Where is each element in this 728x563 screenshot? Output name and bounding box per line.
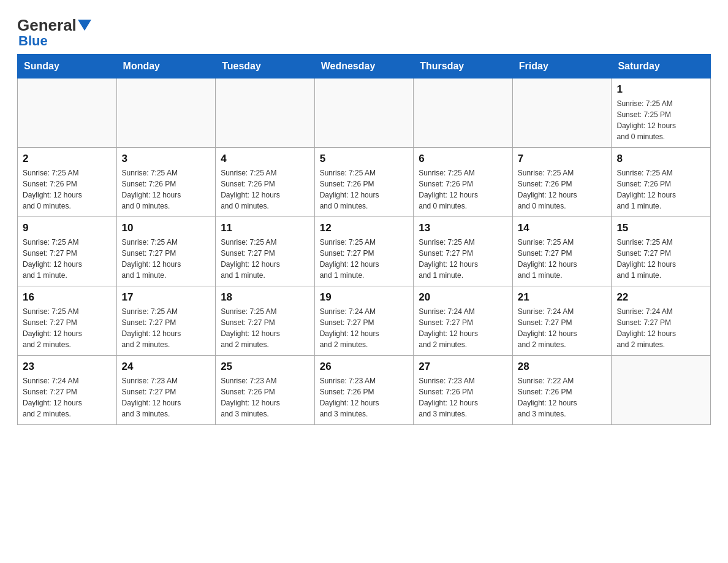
calendar-cell: 3Sunrise: 7:25 AM Sunset: 7:26 PM Daylig… (116, 148, 216, 217)
day-number: 28 (518, 361, 607, 373)
day-number: 18 (221, 291, 309, 304)
calendar-cell: 10Sunrise: 7:25 AM Sunset: 7:27 PM Dayli… (116, 217, 216, 286)
calendar-cell: 7Sunrise: 7:25 AM Sunset: 7:26 PM Daylig… (512, 148, 612, 217)
day-info: Sunrise: 7:25 AM Sunset: 7:26 PM Dayligh… (419, 167, 507, 212)
logo: General Blue (17, 15, 91, 49)
weekday-tuesday: Tuesday (216, 55, 315, 79)
day-info: Sunrise: 7:25 AM Sunset: 7:26 PM Dayligh… (23, 167, 112, 212)
calendar-week-2: 2Sunrise: 7:25 AM Sunset: 7:26 PM Daylig… (18, 148, 711, 217)
day-info: Sunrise: 7:25 AM Sunset: 7:27 PM Dayligh… (616, 237, 705, 281)
calendar-cell (414, 79, 513, 148)
calendar-cell: 8Sunrise: 7:25 AM Sunset: 7:26 PM Daylig… (612, 148, 711, 217)
day-number: 1 (616, 83, 705, 96)
day-info: Sunrise: 7:23 AM Sunset: 7:26 PM Dayligh… (419, 375, 507, 419)
day-info: Sunrise: 7:22 AM Sunset: 7:26 PM Dayligh… (518, 375, 607, 419)
day-number: 12 (320, 222, 409, 234)
day-number: 6 (419, 153, 507, 165)
weekday-thursday: Thursday (414, 55, 513, 79)
day-info: Sunrise: 7:25 AM Sunset: 7:26 PM Dayligh… (518, 167, 607, 212)
day-info: Sunrise: 7:25 AM Sunset: 7:26 PM Dayligh… (320, 167, 409, 212)
calendar-cell: 23Sunrise: 7:24 AM Sunset: 7:27 PM Dayli… (18, 356, 117, 425)
calendar-cell: 2Sunrise: 7:25 AM Sunset: 7:26 PM Daylig… (18, 148, 117, 217)
day-info: Sunrise: 7:25 AM Sunset: 7:27 PM Dayligh… (221, 306, 309, 350)
day-number: 15 (616, 222, 705, 234)
day-info: Sunrise: 7:24 AM Sunset: 7:27 PM Dayligh… (320, 306, 409, 350)
calendar-cell: 4Sunrise: 7:25 AM Sunset: 7:26 PM Daylig… (216, 148, 315, 217)
day-info: Sunrise: 7:25 AM Sunset: 7:27 PM Dayligh… (518, 237, 607, 281)
calendar-cell: 21Sunrise: 7:24 AM Sunset: 7:27 PM Dayli… (512, 286, 612, 356)
calendar-cell (512, 79, 612, 148)
calendar-cell: 1Sunrise: 7:25 AM Sunset: 7:25 PM Daylig… (612, 79, 711, 148)
calendar-cell: 9Sunrise: 7:25 AM Sunset: 7:27 PM Daylig… (18, 217, 117, 286)
calendar-cell: 22Sunrise: 7:24 AM Sunset: 7:27 PM Dayli… (612, 286, 711, 356)
calendar-cell: 20Sunrise: 7:24 AM Sunset: 7:27 PM Dayli… (414, 286, 513, 356)
day-info: Sunrise: 7:24 AM Sunset: 7:27 PM Dayligh… (23, 375, 112, 419)
weekday-friday: Friday (512, 55, 612, 79)
logo-blue-text: Blue (17, 33, 48, 49)
logo-triangle-icon (78, 20, 91, 31)
day-info: Sunrise: 7:24 AM Sunset: 7:27 PM Dayligh… (518, 306, 607, 350)
calendar-cell: 16Sunrise: 7:25 AM Sunset: 7:27 PM Dayli… (18, 286, 117, 356)
weekday-monday: Monday (116, 55, 216, 79)
calendar-cell: 17Sunrise: 7:25 AM Sunset: 7:27 PM Dayli… (116, 286, 216, 356)
day-info: Sunrise: 7:24 AM Sunset: 7:27 PM Dayligh… (616, 306, 705, 350)
day-info: Sunrise: 7:23 AM Sunset: 7:26 PM Dayligh… (320, 375, 409, 419)
calendar-cell: 15Sunrise: 7:25 AM Sunset: 7:27 PM Dayli… (612, 217, 711, 286)
calendar-cell: 24Sunrise: 7:23 AM Sunset: 7:27 PM Dayli… (116, 356, 216, 425)
day-number: 5 (320, 153, 409, 165)
calendar-cell: 12Sunrise: 7:25 AM Sunset: 7:27 PM Dayli… (314, 217, 414, 286)
day-number: 17 (122, 291, 211, 304)
calendar-cell: 27Sunrise: 7:23 AM Sunset: 7:26 PM Dayli… (414, 356, 513, 425)
day-info: Sunrise: 7:23 AM Sunset: 7:26 PM Dayligh… (221, 375, 309, 419)
logo-general-line: General (17, 17, 91, 33)
calendar-table: SundayMondayTuesdayWednesdayThursdayFrid… (17, 54, 711, 425)
calendar-cell (18, 79, 117, 148)
calendar-cell: 5Sunrise: 7:25 AM Sunset: 7:26 PM Daylig… (314, 148, 414, 217)
calendar-header: SundayMondayTuesdayWednesdayThursdayFrid… (18, 55, 711, 79)
day-number: 7 (518, 153, 607, 165)
day-info: Sunrise: 7:25 AM Sunset: 7:27 PM Dayligh… (23, 306, 112, 350)
day-number: 11 (221, 222, 309, 234)
day-number: 9 (23, 222, 112, 234)
weekday-saturday: Saturday (612, 55, 711, 79)
calendar-cell: 11Sunrise: 7:25 AM Sunset: 7:27 PM Dayli… (216, 217, 315, 286)
weekday-header-row: SundayMondayTuesdayWednesdayThursdayFrid… (18, 55, 711, 79)
day-number: 16 (23, 291, 112, 304)
day-info: Sunrise: 7:25 AM Sunset: 7:26 PM Dayligh… (122, 167, 211, 212)
calendar-cell (116, 79, 216, 148)
day-number: 8 (616, 153, 705, 165)
calendar-week-5: 23Sunrise: 7:24 AM Sunset: 7:27 PM Dayli… (18, 356, 711, 425)
calendar-cell: 25Sunrise: 7:23 AM Sunset: 7:26 PM Dayli… (216, 356, 315, 425)
day-info: Sunrise: 7:25 AM Sunset: 7:27 PM Dayligh… (122, 306, 211, 350)
day-number: 2 (23, 153, 112, 165)
calendar-cell: 13Sunrise: 7:25 AM Sunset: 7:27 PM Dayli… (414, 217, 513, 286)
calendar-week-3: 9Sunrise: 7:25 AM Sunset: 7:27 PM Daylig… (18, 217, 711, 286)
day-number: 21 (518, 291, 607, 304)
day-number: 3 (122, 153, 211, 165)
logo-general-text: General (17, 17, 77, 33)
calendar-body: 1Sunrise: 7:25 AM Sunset: 7:25 PM Daylig… (18, 79, 711, 425)
day-info: Sunrise: 7:25 AM Sunset: 7:27 PM Dayligh… (221, 237, 309, 281)
day-number: 22 (616, 291, 705, 304)
day-number: 27 (419, 361, 507, 373)
calendar-cell (314, 79, 414, 148)
day-number: 4 (221, 153, 309, 165)
day-info: Sunrise: 7:25 AM Sunset: 7:26 PM Dayligh… (616, 167, 705, 212)
day-info: Sunrise: 7:25 AM Sunset: 7:27 PM Dayligh… (320, 237, 409, 281)
calendar-cell (612, 356, 711, 425)
calendar-cell: 26Sunrise: 7:23 AM Sunset: 7:26 PM Dayli… (314, 356, 414, 425)
calendar-cell (216, 79, 315, 148)
day-number: 14 (518, 222, 607, 234)
day-number: 25 (221, 361, 309, 373)
calendar-cell: 6Sunrise: 7:25 AM Sunset: 7:26 PM Daylig… (414, 148, 513, 217)
header: General Blue (17, 15, 711, 49)
calendar-cell: 28Sunrise: 7:22 AM Sunset: 7:26 PM Dayli… (512, 356, 612, 425)
calendar-cell: 18Sunrise: 7:25 AM Sunset: 7:27 PM Dayli… (216, 286, 315, 356)
page: General Blue SundayMondayTuesdayWednesda… (0, 0, 728, 442)
day-number: 20 (419, 291, 507, 304)
day-info: Sunrise: 7:23 AM Sunset: 7:27 PM Dayligh… (122, 375, 211, 419)
day-number: 19 (320, 291, 409, 304)
day-info: Sunrise: 7:24 AM Sunset: 7:27 PM Dayligh… (419, 306, 507, 350)
day-number: 24 (122, 361, 211, 373)
day-number: 26 (320, 361, 409, 373)
